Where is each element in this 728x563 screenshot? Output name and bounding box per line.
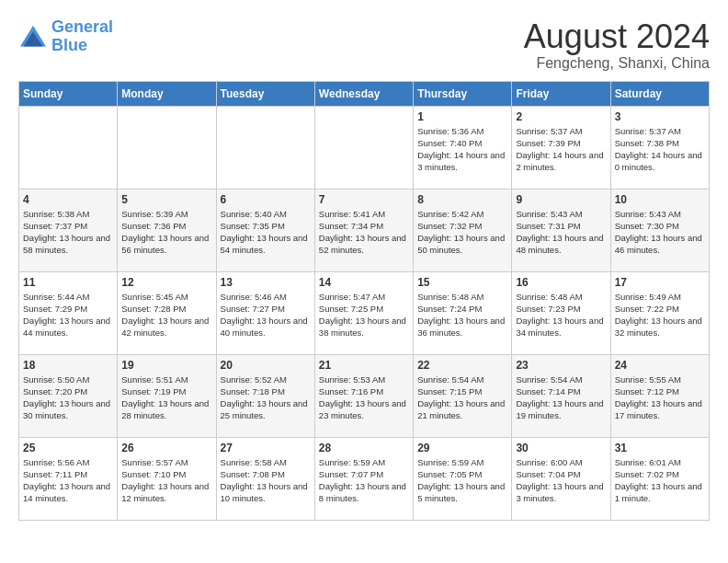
weekday-header-cell: Friday bbox=[512, 81, 610, 106]
day-number: 9 bbox=[516, 193, 606, 206]
calendar-cell: 18Sunrise: 5:50 AM Sunset: 7:20 PM Dayli… bbox=[19, 354, 118, 437]
day-number: 24 bbox=[615, 359, 705, 372]
day-number: 21 bbox=[319, 359, 409, 372]
calendar-cell bbox=[19, 106, 118, 189]
calendar-cell: 26Sunrise: 5:57 AM Sunset: 7:10 PM Dayli… bbox=[118, 437, 216, 520]
calendar-cell: 27Sunrise: 5:58 AM Sunset: 7:08 PM Dayli… bbox=[216, 437, 314, 520]
calendar-cell: 13Sunrise: 5:46 AM Sunset: 7:27 PM Dayli… bbox=[216, 271, 314, 354]
day-number: 11 bbox=[23, 276, 113, 289]
day-info: Sunrise: 5:57 AM Sunset: 7:10 PM Dayligh… bbox=[121, 456, 211, 505]
day-info: Sunrise: 5:44 AM Sunset: 7:29 PM Dayligh… bbox=[23, 291, 113, 339]
day-info: Sunrise: 5:36 AM Sunset: 7:40 PM Dayligh… bbox=[417, 125, 507, 174]
day-info: Sunrise: 5:43 AM Sunset: 7:31 PM Dayligh… bbox=[516, 208, 606, 257]
day-number: 4 bbox=[23, 193, 113, 206]
day-number: 16 bbox=[516, 276, 606, 289]
day-number: 3 bbox=[615, 110, 705, 123]
day-number: 13 bbox=[221, 276, 311, 289]
calendar-cell: 12Sunrise: 5:45 AM Sunset: 7:28 PM Dayli… bbox=[118, 271, 216, 354]
day-info: Sunrise: 5:48 AM Sunset: 7:24 PM Dayligh… bbox=[417, 291, 507, 339]
calendar-cell: 9Sunrise: 5:43 AM Sunset: 7:31 PM Daylig… bbox=[512, 189, 610, 271]
day-info: Sunrise: 5:40 AM Sunset: 7:35 PM Dayligh… bbox=[221, 208, 311, 257]
day-number: 2 bbox=[516, 110, 606, 123]
day-number: 20 bbox=[221, 359, 311, 372]
day-info: Sunrise: 5:38 AM Sunset: 7:37 PM Dayligh… bbox=[23, 208, 113, 257]
calendar-week-row: 25Sunrise: 5:56 AM Sunset: 7:11 PM Dayli… bbox=[19, 437, 710, 520]
day-number: 18 bbox=[23, 359, 113, 372]
calendar-week-row: 4Sunrise: 5:38 AM Sunset: 7:37 PM Daylig… bbox=[19, 189, 710, 271]
calendar-cell: 24Sunrise: 5:55 AM Sunset: 7:12 PM Dayli… bbox=[610, 354, 709, 437]
day-number: 26 bbox=[121, 442, 211, 454]
calendar-week-row: 1Sunrise: 5:36 AM Sunset: 7:40 PM Daylig… bbox=[19, 106, 710, 189]
logo: General Blue bbox=[18, 18, 113, 55]
calendar-cell: 15Sunrise: 5:48 AM Sunset: 7:24 PM Dayli… bbox=[414, 271, 512, 354]
weekday-header-cell: Thursday bbox=[414, 81, 512, 106]
weekday-header-cell: Monday bbox=[118, 81, 216, 106]
calendar-cell: 30Sunrise: 6:00 AM Sunset: 7:04 PM Dayli… bbox=[512, 437, 610, 520]
calendar-cell: 21Sunrise: 5:53 AM Sunset: 7:16 PM Dayli… bbox=[314, 354, 413, 437]
calendar-cell bbox=[216, 106, 314, 189]
day-number: 19 bbox=[121, 359, 211, 372]
calendar-cell: 3Sunrise: 5:37 AM Sunset: 7:38 PM Daylig… bbox=[610, 106, 709, 189]
calendar-cell: 2Sunrise: 5:37 AM Sunset: 7:39 PM Daylig… bbox=[512, 106, 610, 189]
calendar-cell: 25Sunrise: 5:56 AM Sunset: 7:11 PM Dayli… bbox=[19, 437, 118, 520]
calendar-cell: 1Sunrise: 5:36 AM Sunset: 7:40 PM Daylig… bbox=[414, 106, 512, 189]
title-block: August 2024 Fengcheng, Shanxi, China bbox=[524, 18, 710, 72]
day-info: Sunrise: 5:56 AM Sunset: 7:11 PM Dayligh… bbox=[23, 456, 113, 505]
day-info: Sunrise: 5:53 AM Sunset: 7:16 PM Dayligh… bbox=[319, 373, 409, 422]
day-info: Sunrise: 5:41 AM Sunset: 7:34 PM Dayligh… bbox=[319, 208, 409, 257]
day-number: 23 bbox=[516, 359, 606, 372]
weekday-header-cell: Tuesday bbox=[216, 81, 314, 106]
calendar-cell: 6Sunrise: 5:40 AM Sunset: 7:35 PM Daylig… bbox=[216, 189, 314, 271]
day-number: 7 bbox=[319, 193, 409, 206]
month-year: August 2024 bbox=[524, 18, 710, 55]
day-info: Sunrise: 6:00 AM Sunset: 7:04 PM Dayligh… bbox=[516, 456, 606, 505]
day-number: 5 bbox=[121, 193, 211, 206]
day-number: 31 bbox=[615, 442, 705, 454]
calendar-cell: 10Sunrise: 5:43 AM Sunset: 7:30 PM Dayli… bbox=[610, 189, 709, 271]
calendar-cell: 19Sunrise: 5:51 AM Sunset: 7:19 PM Dayli… bbox=[118, 354, 216, 437]
day-info: Sunrise: 5:42 AM Sunset: 7:32 PM Dayligh… bbox=[417, 208, 507, 257]
day-info: Sunrise: 5:48 AM Sunset: 7:23 PM Dayligh… bbox=[516, 291, 606, 339]
calendar-cell: 31Sunrise: 6:01 AM Sunset: 7:02 PM Dayli… bbox=[610, 437, 709, 520]
day-number: 14 bbox=[319, 276, 409, 289]
day-info: Sunrise: 5:37 AM Sunset: 7:38 PM Dayligh… bbox=[615, 125, 705, 174]
calendar-cell: 23Sunrise: 5:54 AM Sunset: 7:14 PM Dayli… bbox=[512, 354, 610, 437]
calendar-cell: 17Sunrise: 5:49 AM Sunset: 7:22 PM Dayli… bbox=[610, 271, 709, 354]
day-number: 29 bbox=[417, 442, 507, 454]
calendar-week-row: 18Sunrise: 5:50 AM Sunset: 7:20 PM Dayli… bbox=[19, 354, 710, 437]
day-number: 12 bbox=[121, 276, 211, 289]
day-info: Sunrise: 5:52 AM Sunset: 7:18 PM Dayligh… bbox=[221, 373, 311, 422]
logo-line1: General bbox=[51, 17, 113, 36]
weekday-header-cell: Sunday bbox=[19, 81, 118, 106]
calendar-cell bbox=[118, 106, 216, 189]
day-number: 6 bbox=[221, 193, 311, 206]
day-info: Sunrise: 5:43 AM Sunset: 7:30 PM Dayligh… bbox=[615, 208, 705, 257]
day-info: Sunrise: 5:47 AM Sunset: 7:25 PM Dayligh… bbox=[319, 291, 409, 339]
calendar-cell bbox=[314, 106, 413, 189]
calendar-cell: 16Sunrise: 5:48 AM Sunset: 7:23 PM Dayli… bbox=[512, 271, 610, 354]
day-info: Sunrise: 6:01 AM Sunset: 7:02 PM Dayligh… bbox=[615, 456, 705, 505]
logo-line2: Blue bbox=[51, 36, 87, 54]
calendar-cell: 14Sunrise: 5:47 AM Sunset: 7:25 PM Dayli… bbox=[314, 271, 413, 354]
day-info: Sunrise: 5:51 AM Sunset: 7:19 PM Dayligh… bbox=[121, 373, 211, 422]
day-number: 27 bbox=[221, 442, 311, 454]
day-info: Sunrise: 5:45 AM Sunset: 7:28 PM Dayligh… bbox=[121, 291, 211, 339]
day-number: 17 bbox=[615, 276, 705, 289]
calendar-cell: 29Sunrise: 5:59 AM Sunset: 7:05 PM Dayli… bbox=[414, 437, 512, 520]
day-number: 1 bbox=[417, 110, 507, 123]
calendar-cell: 7Sunrise: 5:41 AM Sunset: 7:34 PM Daylig… bbox=[314, 189, 413, 271]
calendar-cell: 20Sunrise: 5:52 AM Sunset: 7:18 PM Dayli… bbox=[216, 354, 314, 437]
day-number: 22 bbox=[417, 359, 507, 372]
calendar-cell: 22Sunrise: 5:54 AM Sunset: 7:15 PM Dayli… bbox=[414, 354, 512, 437]
weekday-header-row: SundayMondayTuesdayWednesdayThursdayFrid… bbox=[19, 81, 710, 106]
day-info: Sunrise: 5:59 AM Sunset: 7:07 PM Dayligh… bbox=[319, 456, 409, 505]
calendar-cell: 8Sunrise: 5:42 AM Sunset: 7:32 PM Daylig… bbox=[414, 189, 512, 271]
day-info: Sunrise: 5:59 AM Sunset: 7:05 PM Dayligh… bbox=[417, 456, 507, 505]
day-number: 15 bbox=[417, 276, 507, 289]
calendar-cell: 28Sunrise: 5:59 AM Sunset: 7:07 PM Dayli… bbox=[314, 437, 413, 520]
day-info: Sunrise: 5:49 AM Sunset: 7:22 PM Dayligh… bbox=[615, 291, 705, 339]
day-number: 30 bbox=[516, 442, 606, 454]
day-info: Sunrise: 5:54 AM Sunset: 7:14 PM Dayligh… bbox=[516, 373, 606, 422]
calendar-body: 1Sunrise: 5:36 AM Sunset: 7:40 PM Daylig… bbox=[19, 106, 710, 520]
day-number: 10 bbox=[615, 193, 705, 206]
